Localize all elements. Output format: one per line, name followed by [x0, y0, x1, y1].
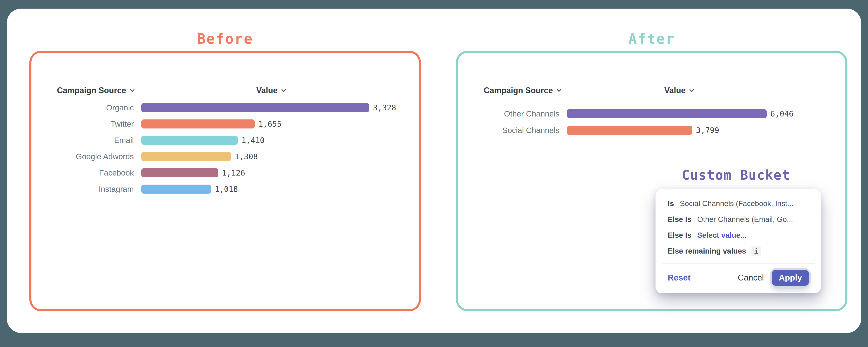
row-label: Google Adwords [61, 152, 134, 161]
apply-button-focus-ring: Apply [772, 270, 809, 286]
row-label: Other Channels [465, 109, 559, 118]
row-label: Twitter [61, 119, 134, 128]
cancel-button[interactable]: Cancel [738, 273, 764, 283]
table-row[interactable]: Facebook1,126 [61, 165, 396, 181]
table-row[interactable]: Email1,410 [61, 132, 396, 148]
reset-button[interactable]: Reset [668, 273, 690, 283]
custom-bucket-dialog: Is Social Channels (Facebook, Inst... El… [655, 189, 821, 293]
after-measure-header-label: Value [664, 86, 686, 95]
before-measure-header-label: Value [256, 86, 278, 95]
after-bar-table: Other Channels6,046Social Channels3,799 [465, 106, 794, 139]
bucket-condition-row: Else Is Other Channels (Email, Go... [668, 211, 809, 227]
main-card: Before Campaign Source Value Organic3,32… [7, 8, 861, 333]
condition-value[interactable]: Social Channels (Facebook, Inst... [680, 199, 794, 208]
chevron-down-icon [281, 89, 286, 92]
value-bar [141, 168, 218, 177]
before-dimension-header-label: Campaign Source [57, 86, 126, 95]
chevron-down-icon [557, 89, 561, 92]
value-bar [141, 119, 255, 128]
row-label: Social Channels [465, 126, 559, 135]
value-bar [567, 109, 767, 118]
condition-operator: Is [668, 199, 674, 208]
after-title: After [456, 29, 847, 49]
row-label: Email [61, 136, 134, 145]
condition-operator: Else Is [668, 231, 691, 239]
dialog-footer: Reset Cancel Apply [668, 270, 809, 286]
bucket-condition-row: Else Is Select value... [668, 227, 809, 243]
row-value: 1,655 [258, 119, 281, 128]
value-bar [141, 184, 211, 194]
before-title: Before [29, 29, 421, 49]
dialog-divider [662, 263, 815, 263]
custom-bucket-title: Custom Bucket [657, 167, 815, 183]
value-bar [141, 152, 231, 161]
before-dimension-header[interactable]: Campaign Source [57, 85, 135, 96]
before-bar-table: Organic3,328Twitter1,655Email1,410Google… [61, 99, 396, 197]
table-row[interactable]: Organic3,328 [61, 99, 396, 116]
row-label: Instagram [61, 184, 134, 194]
table-row[interactable]: Other Channels6,046 [465, 106, 794, 122]
table-row[interactable]: Instagram1,018 [61, 181, 396, 197]
chevron-down-icon [130, 89, 135, 92]
apply-button[interactable]: Apply [772, 270, 809, 286]
select-value-link[interactable]: Select value... [698, 231, 747, 239]
row-label: Organic [61, 103, 134, 112]
table-row[interactable]: Social Channels3,799 [465, 122, 794, 139]
chevron-down-icon [689, 89, 694, 92]
row-value: 6,046 [770, 109, 794, 118]
row-value: 1,126 [222, 168, 245, 177]
condition-operator: Else Is [668, 215, 691, 224]
page-background: Before Campaign Source Value Organic3,32… [0, 0, 868, 347]
value-bar [141, 103, 369, 112]
after-dimension-header[interactable]: Campaign Source [484, 85, 561, 96]
bucket-condition-row: Else remaining values i [668, 243, 809, 259]
row-value: 3,328 [373, 103, 396, 112]
value-bar [567, 126, 692, 135]
value-bar [141, 136, 238, 145]
row-value: 1,410 [241, 136, 265, 145]
row-label: Facebook [61, 168, 134, 177]
after-measure-header[interactable]: Value [648, 85, 711, 96]
after-dimension-header-label: Campaign Source [484, 86, 553, 95]
table-row[interactable]: Google Adwords1,308 [61, 148, 396, 165]
info-icon[interactable]: i [751, 246, 761, 256]
row-value: 1,018 [215, 184, 238, 194]
condition-value[interactable]: Other Channels (Email, Go... [698, 215, 793, 224]
condition-operator: Else remaining values [668, 247, 746, 255]
row-value: 3,799 [696, 126, 719, 135]
table-row[interactable]: Twitter1,655 [61, 116, 396, 132]
row-value: 1,308 [235, 152, 258, 161]
bucket-condition-row: Is Social Channels (Facebook, Inst... [668, 196, 809, 211]
before-measure-header[interactable]: Value [240, 85, 303, 96]
